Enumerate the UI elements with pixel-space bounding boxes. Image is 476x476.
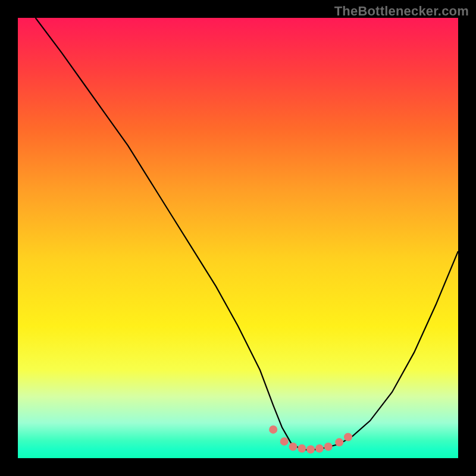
bottleneck-curve-path (36, 18, 458, 450)
curve-marker (280, 437, 289, 446)
curve-marker (269, 425, 277, 434)
curve-marker (344, 433, 352, 441)
curve-marker (315, 444, 324, 453)
curve-marker (324, 443, 333, 451)
curve-marker (335, 438, 343, 446)
curve-marker (289, 443, 298, 451)
curve-marker (298, 444, 306, 453)
bottleneck-curve-svg (18, 18, 458, 458)
curve-min-markers (269, 425, 352, 453)
curve-marker (306, 445, 315, 453)
plot-area (18, 18, 458, 458)
watermark-text: TheBottlenecker.com (334, 4, 469, 19)
chart-frame: TheBottlenecker.com (0, 0, 476, 476)
